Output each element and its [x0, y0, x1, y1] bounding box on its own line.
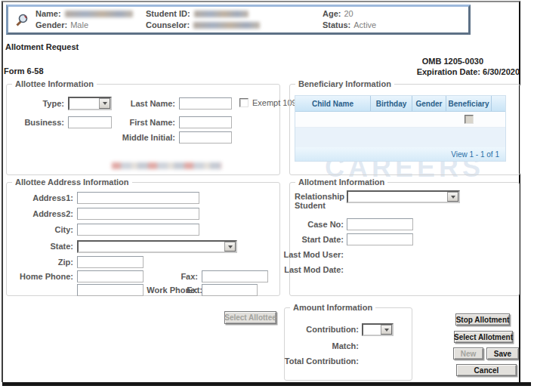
allottee-information-legend: Allottee Information	[12, 79, 97, 88]
allottee-address-legend: Allottee Address Information	[12, 177, 132, 187]
ext-input[interactable]	[202, 284, 258, 296]
beneficiary-checkbox[interactable]	[465, 115, 474, 124]
middle-initial-input[interactable]	[179, 131, 232, 144]
column-header-beneficiary[interactable]: Beneficiary	[446, 96, 492, 111]
exempt-1099-checkbox[interactable]	[239, 98, 248, 107]
allotment-information-legend: Allotment Information	[295, 177, 387, 187]
grid-pager: View 1 - 1 of 1	[451, 150, 499, 159]
chevron-down-icon[interactable]	[224, 242, 236, 252]
middle-initial-label: Middle Initial:	[122, 133, 175, 142]
student-id-value-redacted	[194, 11, 248, 17]
gender-value: Male	[70, 20, 88, 29]
beneficiary-information-group: Beneficiary Information Child Name Birth…	[289, 84, 520, 175]
home-phone-input[interactable]	[77, 270, 144, 282]
column-header-gender[interactable]: Gender	[412, 96, 446, 111]
address1-input[interactable]	[77, 192, 199, 204]
last-name-label: Last Name:	[131, 99, 175, 108]
state-select[interactable]	[77, 240, 237, 253]
banner-col-2: Student ID: Counselor:	[146, 8, 260, 31]
amount-information-group: Amount Information Contribution: Match: …	[284, 307, 412, 381]
relationship-select[interactable]	[347, 190, 460, 203]
start-date-label: Start Date:	[301, 235, 344, 244]
beneficiary-grid: Child Name Birthday Gender Beneficiary V…	[295, 95, 506, 162]
last-mod-date-label: Last Mod Date:	[284, 265, 344, 274]
cell-child-name	[295, 112, 371, 127]
counselor-label: Counselor:	[146, 20, 190, 29]
chevron-down-icon[interactable]	[99, 98, 110, 109]
counselor-value-redacted	[193, 22, 260, 29]
ext-label: Ext:	[187, 286, 202, 295]
amount-information-legend: Amount Information	[290, 303, 375, 312]
business-label: Business:	[24, 118, 64, 127]
type-select[interactable]	[68, 97, 112, 110]
contribution-label: Contribution:	[306, 325, 359, 334]
case-no-label: Case No:	[307, 220, 344, 229]
business-input[interactable]	[68, 116, 112, 128]
home-phone-label: Home Phone:	[20, 272, 73, 281]
cell-gender	[412, 112, 446, 127]
name-value-redacted	[65, 11, 133, 17]
beneficiary-information-legend: Beneficiary Information	[295, 79, 394, 88]
grid-footer: View 1 - 1 of 1	[295, 147, 505, 161]
cell-spacer	[492, 112, 505, 127]
case-no-input[interactable]	[347, 218, 413, 230]
save-button[interactable]: Save	[486, 347, 519, 360]
contribution-select[interactable]	[362, 323, 394, 336]
student-id-label: Student ID:	[146, 9, 190, 18]
zip-input[interactable]	[77, 256, 144, 268]
chevron-down-icon[interactable]	[447, 192, 458, 202]
form-number: Form 6-58	[4, 66, 44, 76]
status-value: Active	[353, 20, 376, 29]
address2-label: Address2:	[32, 209, 73, 218]
first-name-label: First Name:	[129, 118, 175, 127]
address1-label: Address1:	[32, 193, 73, 202]
banner-col-1: Name: Gender:Male	[35, 8, 133, 31]
stop-allotment-button[interactable]: Stop Allotment	[455, 313, 510, 326]
allottee-information-group: Allottee Information Type: Last Name: Ex…	[6, 84, 280, 175]
relationship-label-line2: Student	[295, 201, 326, 210]
last-mod-user-label: Last Mod User:	[284, 250, 344, 259]
start-date-input[interactable]	[347, 233, 413, 245]
allotment-information-group: Allotment Information Relationship to : …	[289, 182, 520, 296]
state-label: State:	[50, 242, 73, 251]
type-label: Type:	[42, 99, 64, 108]
cell-beneficiary	[446, 112, 492, 127]
grid-empty-area	[295, 128, 505, 147]
fax-input[interactable]	[202, 270, 268, 282]
magnifier-icon[interactable]	[14, 13, 29, 28]
first-name-input[interactable]	[179, 116, 232, 128]
city-input[interactable]	[77, 224, 199, 236]
page-title: Allotment Request	[5, 42, 79, 51]
cancel-button[interactable]: Cancel	[456, 364, 517, 376]
age-value: 20	[344, 9, 353, 18]
column-header-child-name[interactable]: Child Name	[295, 96, 371, 111]
omb-number: OMB 1205-0030	[363, 57, 483, 66]
select-allottee-button[interactable]: Select Allottee	[224, 311, 276, 324]
cell-birthday	[371, 112, 412, 127]
column-header-birthday[interactable]: Birthday	[371, 96, 412, 111]
address2-input[interactable]	[77, 208, 199, 220]
gender-label: Gender:	[35, 20, 67, 29]
fax-label: Fax:	[181, 272, 198, 281]
city-label: City:	[55, 225, 73, 234]
column-header-spacer	[492, 96, 505, 111]
bottom-rule	[2, 382, 531, 386]
last-name-input[interactable]	[179, 97, 232, 110]
allotment-request-screen: CAREERS Name: Gender:Male Student ID: Co…	[0, 0, 534, 392]
table-row[interactable]	[295, 112, 505, 128]
match-label: Match:	[332, 341, 359, 350]
new-button[interactable]: New	[453, 347, 483, 360]
chevron-down-icon[interactable]	[381, 325, 392, 335]
beneficiary-grid-header: Child Name Birthday Gender Beneficiary	[295, 96, 505, 112]
banner-col-3: Age:20 Status:Active	[323, 8, 376, 31]
student-banner: Name: Gender:Male Student ID: Counselor:…	[6, 5, 471, 35]
zip-label: Zip:	[58, 258, 73, 267]
work-phone-input[interactable]	[77, 284, 144, 296]
total-contribution-label: Total Contribution:	[285, 357, 359, 366]
select-allotment-button[interactable]: Select Allotment	[454, 331, 513, 343]
age-label: Age:	[323, 9, 341, 18]
allottee-address-group: Allottee Address Information Address1: A…	[6, 182, 280, 296]
expiration-date: Expiration Date: 6/30/2020	[363, 67, 520, 76]
status-label: Status:	[323, 20, 350, 29]
name-label: Name:	[35, 9, 61, 18]
